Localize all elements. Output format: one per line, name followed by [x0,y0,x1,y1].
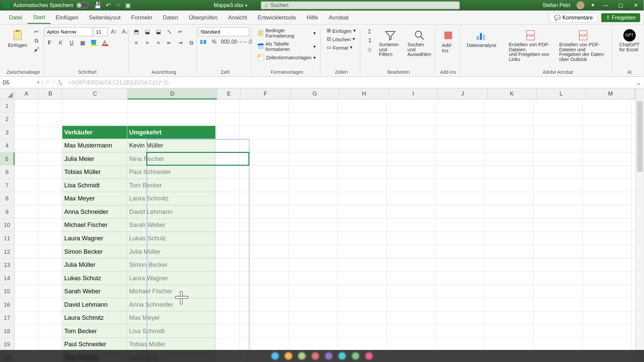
underline-icon[interactable]: U [67,39,76,47]
row-header[interactable]: 15 [0,285,14,298]
cell[interactable] [39,192,63,205]
cell[interactable] [436,139,485,153]
column-header-E[interactable]: E [217,88,241,100]
cell[interactable] [289,139,338,153]
fill-icon[interactable]: ↧ [365,36,375,45]
column-header-A[interactable]: A [15,88,39,100]
minimize-button[interactable]: — [601,2,610,8]
comma-icon[interactable]: 000 [220,38,230,46]
file-tab[interactable]: Datei [4,11,28,23]
cell[interactable] [338,219,387,232]
addins-button[interactable]: Add-Ins [439,27,457,55]
cell[interactable] [436,258,485,272]
row-header[interactable]: 5 [0,153,14,166]
create-pdf-outlook-button[interactable]: PDF Erstellen von PDF-Dateien und Freige… [556,27,609,64]
close-button[interactable]: ✕ [631,2,640,8]
cell[interactable]: Verkäufer [62,126,127,139]
decrease-decimal-icon[interactable]: ←.0 [243,38,252,46]
cell[interactable]: Simon Becker [62,245,127,258]
cell[interactable] [289,100,338,113]
column-header-H[interactable]: H [340,88,389,100]
cell[interactable]: Laura Schmitz [127,192,216,205]
cell[interactable] [338,179,387,192]
format-as-table[interactable]: Als Tabelle formatieren ▾ [256,41,318,52]
cell[interactable] [436,179,485,192]
cell[interactable] [14,192,39,205]
user-name[interactable]: Stefan Petri [543,2,571,8]
cell[interactable] [338,205,387,219]
cell[interactable] [216,272,240,285]
fx-icon[interactable]: fx [58,78,62,86]
cell[interactable] [14,179,39,192]
cell[interactable]: Tobias Müller [127,338,216,351]
cell[interactable] [240,179,289,192]
data-analysis-button[interactable]: Datenanalyse [464,27,499,50]
cell[interactable] [240,192,289,205]
cell[interactable]: Lisa Schmidt [127,325,216,338]
cell[interactable] [387,139,436,153]
font-color-icon[interactable]: A [100,39,110,47]
cell[interactable] [485,298,534,312]
cell[interactable] [436,126,485,139]
cell[interactable] [436,100,485,113]
cell[interactable] [534,126,583,139]
row-header[interactable]: 18 [0,325,14,338]
cell[interactable] [240,258,289,272]
cell[interactable] [485,311,534,325]
cell[interactable] [14,298,39,312]
cell[interactable] [289,166,338,179]
autosum-icon[interactable]: Σ [365,27,375,36]
cell[interactable] [240,205,289,219]
cell[interactable] [583,166,632,179]
cell[interactable] [240,166,289,179]
cell[interactable] [289,298,338,312]
cell[interactable] [39,100,63,113]
cell[interactable] [14,139,39,153]
cell[interactable]: Sarah Weber [127,219,216,232]
cell[interactable] [534,311,583,325]
increase-decimal-icon[interactable]: .00→ [231,38,241,46]
cell[interactable] [39,219,63,232]
cell[interactable] [127,100,216,113]
cell[interactable] [338,192,387,205]
tab-start[interactable]: Start [28,11,50,24]
cell[interactable] [534,232,583,245]
row-header[interactable]: 4 [0,139,14,153]
enter-formula-icon[interactable]: ✓ [52,78,56,86]
row-header[interactable]: 17 [0,311,14,325]
cell[interactable] [338,232,387,245]
cell[interactable] [14,166,39,179]
cell[interactable] [387,219,436,232]
cell[interactable] [534,219,583,232]
column-header-B[interactable]: B [39,88,62,100]
name-box[interactable]: D5▾ [0,79,43,85]
cell[interactable] [436,153,485,166]
cell[interactable] [39,126,63,139]
cell[interactable]: Umgekehrt [127,126,216,139]
cell[interactable] [436,285,485,298]
sort-filter-button[interactable]: Sortieren und Filtern [376,27,405,59]
cell[interactable] [387,179,436,192]
cell[interactable] [338,258,387,272]
cell[interactable]: Lukas Schulz [62,272,127,285]
cell[interactable] [240,298,289,312]
cell[interactable] [216,166,240,179]
cell[interactable] [534,153,583,166]
cell[interactable] [289,113,338,126]
cell[interactable] [436,166,485,179]
cell[interactable] [240,100,289,113]
cell[interactable] [583,179,632,192]
cell[interactable] [534,258,583,272]
font-size-combo[interactable] [94,27,108,36]
cell[interactable] [583,338,632,351]
cell[interactable] [14,100,39,113]
cell[interactable] [14,113,39,126]
row-header[interactable]: 10 [0,219,14,232]
cell[interactable] [485,219,534,232]
cell[interactable] [216,285,240,298]
cell[interactable] [216,179,240,192]
align-middle-icon[interactable]: ⬓ [142,27,152,36]
comments-button[interactable]: 💬 Kommentare [549,13,598,22]
cell[interactable] [289,126,338,139]
cell[interactable]: Kevin Müller [127,139,216,153]
